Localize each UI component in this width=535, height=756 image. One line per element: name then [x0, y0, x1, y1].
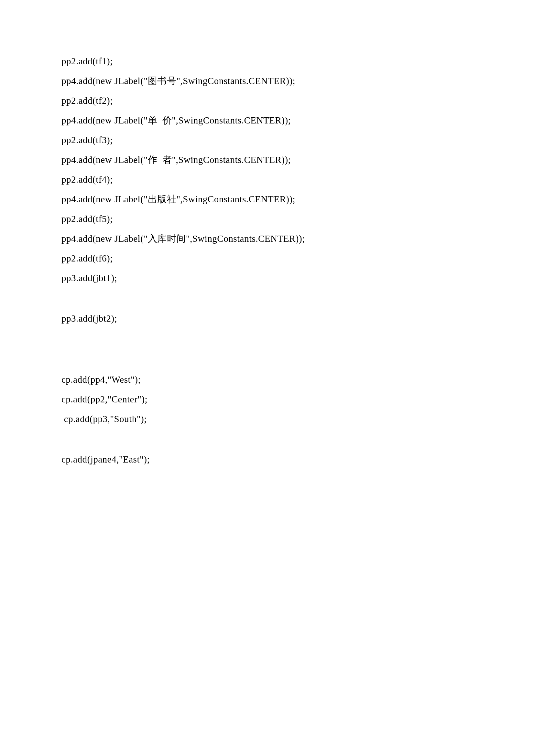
code-line: pp4.add(new JLabel("出版社",SwingConstants.… — [62, 195, 473, 204]
code-line: pp2.add(tf6); — [62, 254, 473, 263]
code-line: pp2.add(tf2); — [62, 96, 473, 105]
code-line: pp3.add(jbt2); — [62, 314, 473, 323]
blank-line — [62, 354, 473, 364]
code-line: cp.add(pp2,"Center"); — [62, 395, 473, 404]
blank-line — [62, 334, 473, 344]
code-line: pp4.add(new JLabel("图书号",SwingConstants.… — [62, 76, 473, 86]
code-line: pp2.add(tf3); — [62, 135, 473, 145]
code-line: pp3.add(jbt1); — [62, 273, 473, 283]
code-line: pp4.add(new JLabel("作 者",SwingConstants.… — [62, 155, 473, 165]
blank-line — [62, 434, 473, 445]
code-line: cp.add(pp4,"West"); — [62, 375, 473, 384]
code-line: pp2.add(tf1); — [62, 57, 473, 66]
blank-line — [62, 293, 473, 304]
code-line: pp4.add(new JLabel("入库时间",SwingConstants… — [62, 234, 473, 243]
code-line: cp.add(jpane4,"East"); — [62, 455, 473, 464]
code-line: pp2.add(tf5); — [62, 214, 473, 224]
code-line: pp4.add(new JLabel("单 价",SwingConstants.… — [62, 116, 473, 125]
code-line: pp2.add(tf4); — [62, 175, 473, 184]
document-page: pp2.add(tf1); pp4.add(new JLabel("图书号",S… — [0, 0, 535, 507]
code-line: cp.add(pp3,"South"); — [62, 414, 473, 424]
